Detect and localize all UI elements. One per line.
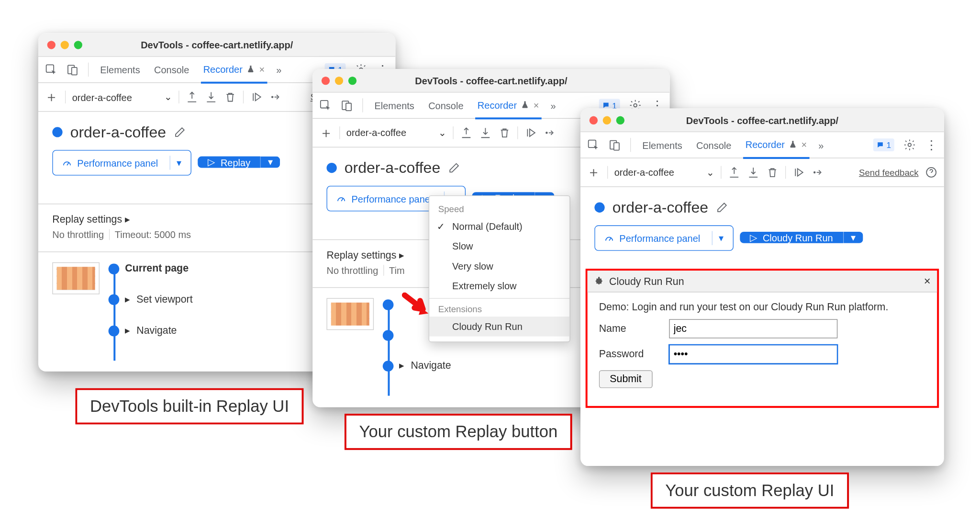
svg-point-4: [271, 96, 273, 98]
svg-point-15: [908, 143, 912, 147]
export-icon[interactable]: [186, 91, 199, 103]
inspect-icon[interactable]: [319, 99, 332, 112]
gauge-icon: [604, 233, 614, 243]
step-icon[interactable]: [269, 91, 282, 103]
svg-point-9: [634, 104, 637, 107]
import-icon[interactable]: [747, 166, 760, 179]
chat-icon: [602, 102, 610, 109]
extension-description: Demo: Login and run your test on our Clo…: [599, 301, 925, 313]
custom-replay-button[interactable]: ▷Cloudy Run Run▾: [740, 226, 863, 250]
step-set-viewport[interactable]: ▸ Set viewport: [125, 293, 192, 305]
close-tab-icon[interactable]: ×: [259, 64, 265, 75]
performance-panel-button[interactable]: Performance panel▾: [594, 226, 733, 251]
page-thumbnail: [52, 262, 100, 294]
minimize-icon[interactable]: [61, 41, 69, 49]
tab-elements[interactable]: Elements: [372, 92, 417, 118]
svg-point-10: [546, 132, 547, 134]
step-icon[interactable]: [544, 126, 557, 139]
device-icon[interactable]: [341, 99, 354, 112]
import-icon[interactable]: [205, 91, 218, 103]
tab-elements[interactable]: Elements: [98, 57, 143, 82]
more-tabs-icon[interactable]: »: [276, 64, 281, 75]
menu-item-cloudy[interactable]: Cloudy Run Run: [429, 317, 569, 336]
replay-settings-header[interactable]: Replay settings: [52, 214, 122, 225]
edit-title-icon[interactable]: [448, 161, 461, 174]
close-icon[interactable]: [590, 116, 598, 124]
step-current-page[interactable]: Current page: [125, 262, 192, 274]
continue-icon[interactable]: [250, 91, 263, 103]
new-recording-icon[interactable]: ＋: [45, 88, 58, 107]
extension-panel: Cloudy Run Run × Demo: Login and run you…: [586, 269, 939, 408]
name-input[interactable]: [669, 319, 837, 339]
edit-title-icon[interactable]: [716, 201, 729, 214]
throttling-value: No throttling: [52, 229, 104, 240]
menu-item-slow[interactable]: Slow: [429, 236, 569, 256]
performance-panel-button[interactable]: Performance panel ▾: [52, 150, 191, 175]
delete-icon[interactable]: [766, 166, 779, 179]
help-icon[interactable]: [925, 166, 938, 179]
gauge-icon: [62, 158, 72, 168]
chevron-down-icon[interactable]: ▾: [169, 156, 181, 170]
step-icon[interactable]: [812, 166, 824, 179]
recording-select[interactable]: order-a-coffee⌄: [346, 127, 446, 138]
delete-icon[interactable]: [224, 91, 237, 103]
close-tab-icon[interactable]: ×: [802, 139, 807, 150]
password-input[interactable]: [669, 345, 837, 364]
step-navigate[interactable]: ▸ Navigate: [399, 359, 451, 371]
chevron-down-icon: ⌄: [706, 167, 714, 178]
minimize-icon[interactable]: [335, 76, 343, 84]
continue-icon[interactable]: [792, 166, 805, 179]
send-feedback-link[interactable]: Send feedback: [859, 167, 919, 177]
replay-dropdown[interactable]: ▾: [843, 232, 863, 243]
submit-button[interactable]: Submit: [599, 370, 653, 388]
tab-console[interactable]: Console: [152, 57, 192, 82]
tab-recorder[interactable]: Recorder ×: [475, 92, 542, 119]
close-tab-icon[interactable]: ×: [534, 99, 539, 110]
recording-select[interactable]: order-a-coffee⌄: [614, 167, 714, 178]
menu-item-normal[interactable]: Normal (Default): [429, 216, 569, 236]
zoom-icon[interactable]: [348, 76, 356, 84]
more-tabs-icon[interactable]: »: [818, 139, 824, 150]
new-recording-icon[interactable]: ＋: [319, 123, 333, 142]
menu-item-extreme[interactable]: Extremely slow: [429, 276, 569, 295]
replay-dropdown[interactable]: ▾: [260, 157, 280, 168]
replay-button[interactable]: ▷Replay ▾: [198, 150, 280, 174]
delete-icon[interactable]: [498, 126, 511, 139]
chevron-down-icon[interactable]: ▾: [712, 231, 724, 245]
device-icon[interactable]: [609, 138, 622, 151]
kebab-icon[interactable]: ⋮: [925, 137, 938, 153]
step-navigate[interactable]: ▸ Navigate: [125, 324, 192, 336]
continue-icon[interactable]: [524, 126, 537, 139]
recording-title: order-a-coffee: [70, 123, 166, 141]
close-icon[interactable]: [47, 41, 56, 49]
password-label: Password: [599, 349, 657, 360]
zoom-icon[interactable]: [616, 116, 624, 124]
more-tabs-icon[interactable]: »: [550, 100, 556, 111]
inspect-icon[interactable]: [587, 138, 600, 151]
chevron-down-icon: ⌄: [164, 91, 172, 103]
export-icon[interactable]: [728, 166, 741, 179]
issues-badge[interactable]: 1: [873, 138, 894, 151]
tab-elements[interactable]: Elements: [640, 132, 685, 158]
device-icon[interactable]: [67, 63, 79, 76]
tab-recorder[interactable]: Recorder ×: [200, 56, 267, 83]
menu-item-veryslow[interactable]: Very slow: [429, 256, 569, 276]
recording-select[interactable]: order-a-coffee ⌄: [72, 91, 172, 103]
import-icon[interactable]: [479, 126, 492, 139]
devtools-window-3: DevTools - coffee-cart.netlify.app/ Elem…: [580, 109, 944, 466]
record-dot-icon: [594, 203, 604, 213]
edit-title-icon[interactable]: [174, 126, 187, 139]
close-panel-icon[interactable]: ×: [924, 274, 931, 288]
replay-settings-header[interactable]: Replay settings: [326, 249, 396, 260]
tab-console[interactable]: Console: [694, 132, 734, 158]
chat-icon: [876, 141, 884, 149]
zoom-icon[interactable]: [74, 41, 82, 49]
export-icon[interactable]: [460, 126, 473, 139]
close-icon[interactable]: [322, 76, 330, 84]
minimize-icon[interactable]: [603, 116, 611, 124]
tab-console[interactable]: Console: [426, 92, 466, 118]
settings-icon[interactable]: [903, 138, 916, 151]
tab-recorder[interactable]: Recorder ×: [743, 132, 809, 159]
inspect-icon[interactable]: [45, 63, 57, 76]
new-recording-icon[interactable]: ＋: [587, 163, 601, 182]
